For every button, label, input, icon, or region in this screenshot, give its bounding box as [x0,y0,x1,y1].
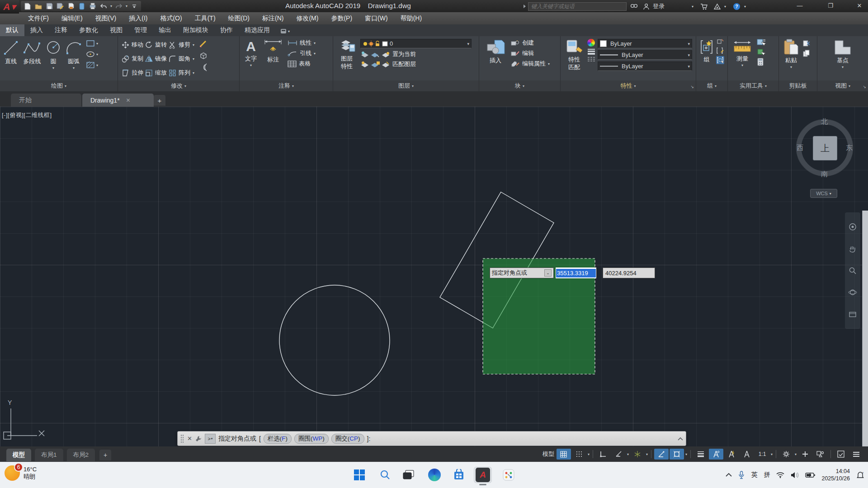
layer-properties-button[interactable]: 图层 特性 [336,36,358,70]
new-drawing-tab-button[interactable]: + [154,95,165,106]
print-button[interactable] [89,2,97,10]
ribbon-tab-addins[interactable]: 附加模块 [177,24,214,36]
taskbar-search-button[interactable] [377,467,393,483]
clean-screen-icon[interactable] [834,449,848,460]
menu-help[interactable]: 帮助(H) [394,12,428,24]
chevron-down-icon[interactable]: ▾ [73,66,75,70]
panel-label-utilities[interactable]: 实用工具▾ [728,80,778,91]
polyline-button[interactable]: 多段线 [21,36,43,65]
plus-tray-icon[interactable] [798,449,812,460]
rotate-button[interactable]: 旋转 [145,38,167,52]
chevron-down-icon[interactable]: ▾ [794,452,797,456]
pan-hand-icon[interactable] [848,244,857,253]
new-file-button[interactable] [24,2,32,10]
taskbar-clock[interactable]: 14:04 2025/10/26 [821,468,850,482]
panel-label-clipboard[interactable]: 剪贴板 [779,80,817,91]
point-select-button[interactable] [757,48,766,56]
ribbon-tab-annotate[interactable]: 注释 [49,24,73,36]
help-icon[interactable]: ? [731,1,742,11]
chevron-down-icon[interactable]: ▾ [685,452,688,456]
microsoft-store-button[interactable] [451,467,467,483]
quick-calculator-button[interactable] [757,58,766,66]
search-icon[interactable] [628,1,639,11]
edit-attribute-button[interactable]: 编辑属性▾ [511,60,550,68]
chevron-down-icon[interactable]: ▾ [96,52,98,56]
showmotion-icon[interactable] [848,310,857,319]
plot-button[interactable] [67,2,75,10]
linetype-dropdown[interactable]: ByLayer ▾ [598,61,692,71]
copy-button[interactable]: 复制 [122,52,143,66]
polar-tracking-toggle[interactable] [611,449,626,460]
save-as-button[interactable] [56,2,64,10]
layer-select-dropdown[interactable]: 0 ▾ [360,39,472,48]
menu-parametric[interactable]: 参数(P) [325,12,359,24]
trim-button[interactable]: 修剪▾ [169,38,194,52]
panel-label-group[interactable]: 组▾ [696,80,727,91]
speaker-icon[interactable] [791,472,799,479]
ribbon-tab-manage[interactable]: 管理 [128,24,153,36]
command-line[interactable]: ✕ >▾ 指定对角点或 [ 栏选(F) 圈围(WP) 圈交(CP) ]: [177,431,686,446]
grid-display-toggle[interactable] [557,449,571,460]
base-button[interactable]: 基点 ▾ [831,36,854,69]
dialog-launcher-icon[interactable]: ↘ [690,84,694,89]
search-input[interactable] [528,2,627,11]
chevron-down-icon[interactable]: ▾ [193,57,194,61]
table-button[interactable]: 表格 [288,60,316,68]
user-icon[interactable] [641,1,651,11]
orbit-icon[interactable] [848,288,857,297]
text-button[interactable]: A 文字 ▾ [243,36,259,67]
open-file-button[interactable] [34,2,42,10]
battery-icon[interactable] [805,472,815,478]
close-tab-icon[interactable]: ✕ [126,97,131,103]
linetype-icon[interactable] [587,56,595,62]
annotation-scale-button[interactable] [740,449,754,460]
lineweight-display-toggle[interactable] [693,449,708,460]
viewcube-west[interactable]: 西 [797,144,803,152]
close-command-icon[interactable]: ✕ [187,435,192,442]
zoom-icon[interactable] [848,266,857,275]
object-snap-toggle[interactable] [670,449,684,460]
chevron-down-icon[interactable]: ▾ [96,63,98,67]
object-color-dropdown[interactable]: ByLayer ▾ [598,39,692,48]
scale-button[interactable]: 缩放 [145,66,167,80]
ime-pinyin-indicator[interactable]: 拼 [764,471,770,479]
measure-button[interactable]: 测量 ▾ [731,36,754,67]
autocad-taskbar-button[interactable]: A [474,467,492,483]
lineweight-dropdown[interactable]: ByLayer ▾ [598,50,692,60]
viewcube-south[interactable]: 南 [821,170,828,178]
ribbon-minimize-button[interactable]: ▾ [276,27,294,36]
option-wpolygon[interactable]: 圈围(WP) [294,434,329,444]
snipping-tool-button[interactable] [500,467,517,483]
sign-in-dropdown-icon[interactable]: ▾ [692,5,693,9]
viewcube-east[interactable]: 东 [846,144,853,152]
redo-button[interactable] [115,2,123,10]
erase-button[interactable] [199,40,208,48]
chevron-down-icon[interactable]: ▾ [842,65,844,69]
hidden-icons-chevron[interactable] [726,473,732,477]
option-fence[interactable]: 栏选(F) [264,434,292,444]
lineweight-icon[interactable] [587,48,595,55]
hatch-tool-button[interactable]: ▾ [86,61,98,69]
undo-button[interactable] [99,2,108,10]
mirror-button[interactable]: 镜像 [145,52,167,66]
leader-button[interactable]: 引线▾ [288,49,316,57]
menu-format[interactable]: 格式(O) [154,12,188,24]
panel-label-modify[interactable]: 修改▾ [118,80,239,91]
model-paper-toggle[interactable]: 模型 [541,449,556,460]
group-selection-toggle-button[interactable] [716,56,724,64]
autodesk-dropdown-icon[interactable]: ▾ [724,5,726,9]
vertical-scrollbar[interactable] [862,211,868,446]
chevron-down-icon[interactable]: ▾ [314,41,316,45]
command-bar-grip[interactable] [180,434,184,443]
dimension-button[interactable]: 标注 [261,36,285,63]
chevron-down-icon[interactable]: ▾ [193,43,194,47]
menu-window[interactable]: 窗口(W) [359,12,394,24]
group-button[interactable]: 组 [698,36,715,63]
windows-start-button[interactable] [351,467,368,483]
chevron-down-icon[interactable]: ▾ [627,452,629,456]
ribbon-tab-collaborate[interactable]: 协作 [214,24,239,36]
ellipse-tool-button[interactable]: ▾ [86,51,98,58]
ribbon-tab-featured-apps[interactable]: 精选应用 [239,24,276,36]
object-snap-tracking-toggle[interactable] [654,449,669,460]
explode-button[interactable] [199,52,208,60]
